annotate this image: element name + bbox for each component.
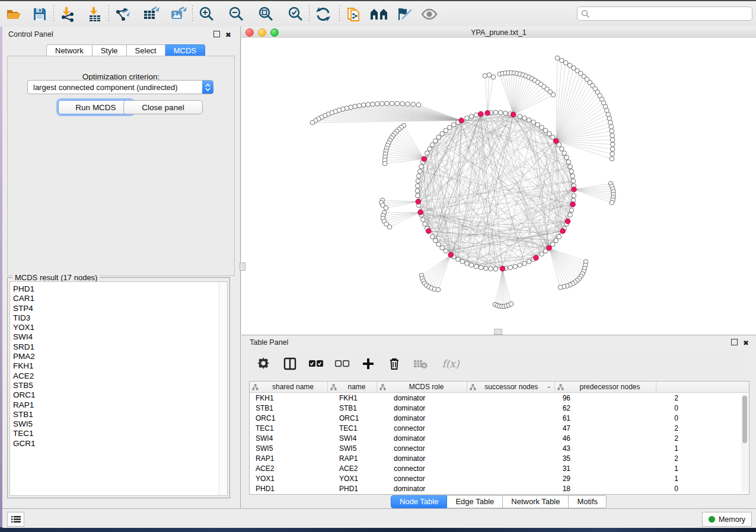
cell-mcds_role[interactable]: connector bbox=[388, 464, 483, 473]
export-network-button[interactable] bbox=[113, 4, 133, 24]
cell-predecessor_nodes[interactable]: 2 bbox=[578, 424, 683, 432]
mcds-result-item[interactable]: FKH1 bbox=[10, 361, 227, 371]
cell-shared_name[interactable]: TEC1 bbox=[250, 424, 333, 432]
share-document-button[interactable] bbox=[343, 4, 363, 24]
cell-shared_name[interactable]: YOX1 bbox=[250, 475, 333, 483]
show-graphics-details-button[interactable] bbox=[419, 4, 439, 24]
cell-predecessor_nodes[interactable]: 2 bbox=[578, 434, 683, 443]
cell-name[interactable]: RAP1 bbox=[333, 454, 388, 463]
split-columns-button[interactable] bbox=[281, 355, 299, 373]
cell-predecessor_nodes[interactable]: 1 bbox=[578, 464, 683, 473]
gear-button[interactable] bbox=[255, 355, 273, 373]
table-row[interactable]: SWI4SWI4dominator462 bbox=[250, 433, 749, 443]
cell-mcds_role[interactable]: dominator bbox=[388, 404, 483, 412]
column-header-MCDS-role[interactable]: MCDS role bbox=[377, 382, 467, 392]
mcds-result-item[interactable]: ORC1 bbox=[10, 390, 227, 400]
search-input[interactable] bbox=[590, 9, 752, 18]
deselect-all-button[interactable] bbox=[333, 355, 351, 373]
search-field[interactable] bbox=[577, 7, 752, 21]
column-header-name[interactable]: name bbox=[328, 382, 377, 392]
cell-successor_nodes[interactable]: 47 bbox=[483, 424, 578, 432]
mcds-result-item[interactable]: SRD1 bbox=[10, 342, 227, 352]
task-history-button[interactable] bbox=[7, 512, 24, 527]
import-table-button[interactable] bbox=[85, 4, 105, 24]
cell-name[interactable]: ORC1 bbox=[333, 414, 388, 422]
select-all-button[interactable] bbox=[307, 355, 325, 373]
cell-successor_nodes[interactable]: 43 bbox=[483, 444, 578, 453]
cell-successor_nodes[interactable]: 46 bbox=[483, 434, 578, 443]
cell-shared_name[interactable]: FKH1 bbox=[250, 394, 333, 402]
save-session-button[interactable] bbox=[30, 4, 50, 24]
cell-successor_nodes[interactable]: 29 bbox=[483, 475, 578, 483]
horizontal-splitter-handle[interactable] bbox=[494, 329, 502, 335]
function-builder-button[interactable]: f(x) bbox=[438, 355, 464, 373]
mcds-result-item[interactable]: CAR1 bbox=[10, 294, 227, 303]
column-header-predecessor-nodes[interactable]: predecessor nodes bbox=[555, 382, 656, 392]
maximize-window-button[interactable] bbox=[270, 28, 279, 37]
cell-shared_name[interactable]: RAP1 bbox=[250, 454, 333, 463]
cell-name[interactable]: TEC1 bbox=[333, 424, 388, 432]
cell-predecessor_nodes[interactable]: 0 bbox=[578, 404, 683, 412]
first-neighbors-button[interactable] bbox=[369, 4, 390, 24]
mcds-result-item[interactable]: PHD1 bbox=[10, 284, 227, 294]
cell-mcds_role[interactable]: dominator bbox=[388, 394, 483, 402]
cell-mcds_role[interactable]: connector bbox=[388, 475, 483, 483]
float-panel-button[interactable] bbox=[213, 31, 220, 39]
cell-name[interactable]: FKH1 bbox=[333, 394, 388, 402]
table-row[interactable]: PHD1PHD1dominator180 bbox=[250, 483, 749, 493]
table-row[interactable]: ACE2ACE2connector311 bbox=[250, 463, 749, 473]
tab-network-table[interactable]: Network Table bbox=[503, 495, 569, 508]
table-row[interactable]: TEC1TEC1connector472 bbox=[250, 423, 749, 433]
cell-shared_name[interactable]: ACE2 bbox=[250, 464, 333, 473]
table-scrollbar-thumb[interactable] bbox=[742, 396, 747, 443]
vertical-splitter-handle[interactable] bbox=[240, 262, 245, 271]
cell-shared_name[interactable]: SWI5 bbox=[250, 444, 333, 453]
table-row[interactable]: SWI5SWI5connector431 bbox=[250, 443, 749, 453]
mcds-result-item[interactable]: SWI4 bbox=[10, 332, 227, 342]
refresh-layout-button[interactable] bbox=[313, 4, 333, 24]
mcds-result-item[interactable]: GCR1 bbox=[10, 439, 227, 448]
export-table-button[interactable] bbox=[141, 4, 161, 24]
export-image-button[interactable] bbox=[168, 4, 189, 24]
zoom-in-button[interactable] bbox=[196, 4, 216, 24]
cell-successor_nodes[interactable]: 35 bbox=[483, 454, 578, 463]
delete-table-button[interactable] bbox=[412, 355, 429, 373]
mcds-result-item[interactable]: PMA2 bbox=[10, 352, 227, 361]
tab-node-table[interactable]: Node Table bbox=[391, 495, 448, 508]
mcds-list-scrollbar[interactable] bbox=[219, 282, 227, 495]
run-mcds-button[interactable]: Run MCDS bbox=[58, 100, 133, 114]
cell-mcds_role[interactable]: dominator bbox=[388, 434, 483, 443]
cell-name[interactable]: SWI4 bbox=[333, 434, 388, 443]
add-column-button[interactable] bbox=[359, 355, 377, 373]
float-table-panel-button[interactable] bbox=[731, 339, 738, 347]
cell-mcds_role[interactable]: dominator bbox=[388, 454, 483, 463]
cell-predecessor_nodes[interactable]: 0 bbox=[578, 414, 683, 422]
close-window-button[interactable] bbox=[245, 28, 254, 37]
hide-graphics-details-button[interactable] bbox=[394, 4, 414, 24]
cell-successor_nodes[interactable]: 61 bbox=[483, 414, 578, 422]
cell-successor_nodes[interactable]: 18 bbox=[483, 485, 578, 493]
cell-predecessor_nodes[interactable]: 1 bbox=[578, 475, 683, 483]
memory-button[interactable]: Memory bbox=[702, 512, 752, 527]
zoom-selected-button[interactable] bbox=[285, 4, 305, 24]
mcds-result-item[interactable]: STB5 bbox=[10, 381, 227, 390]
cell-successor_nodes[interactable]: 31 bbox=[483, 464, 578, 473]
cell-mcds_role[interactable]: dominator bbox=[388, 414, 483, 422]
close-panel-pushbutton[interactable]: Close panel bbox=[123, 100, 203, 114]
open-session-button[interactable] bbox=[4, 4, 24, 24]
table-row[interactable]: FKH1FKH1dominator962 bbox=[250, 393, 749, 403]
zoom-out-button[interactable] bbox=[226, 4, 246, 24]
network-canvas[interactable] bbox=[241, 38, 756, 335]
cell-shared_name[interactable]: PHD1 bbox=[250, 485, 333, 493]
minimize-window-button[interactable] bbox=[258, 28, 266, 37]
cell-predecessor_nodes[interactable]: 2 bbox=[578, 454, 683, 463]
tab-motifs[interactable]: Motifs bbox=[569, 495, 607, 508]
zoom-fit-button[interactable] bbox=[256, 4, 276, 24]
column-header-shared-name[interactable]: shared name bbox=[250, 382, 328, 392]
tab-edge-table[interactable]: Edge Table bbox=[447, 495, 503, 508]
cell-shared_name[interactable]: ORC1 bbox=[250, 414, 333, 422]
mcds-result-item[interactable]: YOX1 bbox=[10, 323, 227, 332]
mcds-result-item[interactable]: RAP1 bbox=[10, 400, 227, 410]
column-header-successor-nodes[interactable]: successor nodes⌄ bbox=[467, 382, 555, 392]
table-scrollbar[interactable] bbox=[741, 394, 748, 492]
